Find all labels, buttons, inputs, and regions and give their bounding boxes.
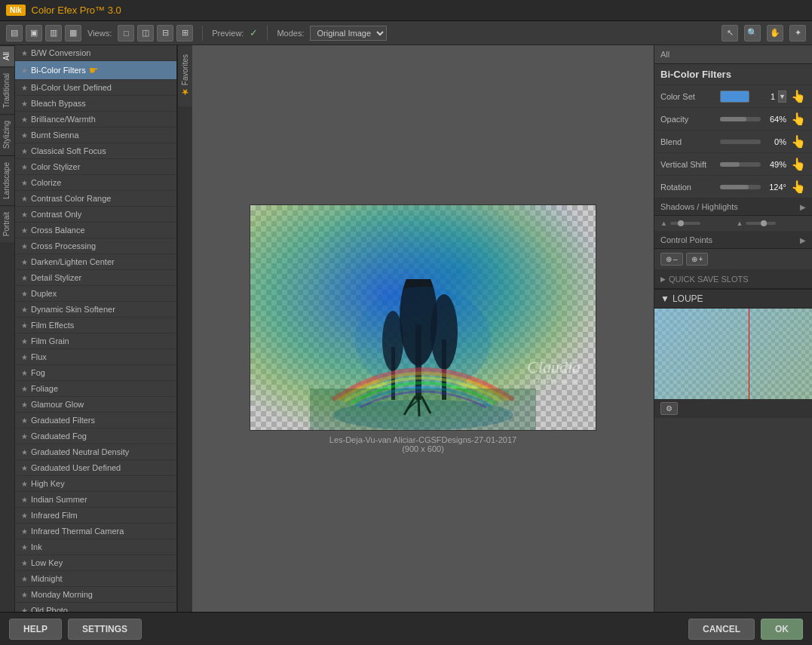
control-points-expand-icon: ▶: [800, 236, 806, 244]
quick-save-label: QUICK SAVE SLOTS: [669, 275, 749, 284]
param-opacity: Opacity 64% 👆: [654, 108, 812, 131]
filter-star-icon: ★: [21, 115, 28, 124]
tool-zoom[interactable]: 🔍: [744, 25, 761, 41]
filter-item[interactable]: ★Color Stylizer: [15, 159, 176, 175]
filter-star-icon: ★: [21, 195, 28, 203]
filter-name: Darken/Lighten Center: [31, 257, 115, 266]
layout-btn-4[interactable]: ▦: [65, 25, 81, 41]
filter-item[interactable]: ★Duplex: [15, 286, 176, 302]
opacity-slider[interactable]: [720, 117, 761, 121]
filter-item[interactable]: ★Film Effects: [15, 318, 176, 333]
vertical-shift-slider[interactable]: [720, 162, 761, 167]
filter-item[interactable]: ★Old Photo: [15, 603, 176, 612]
filter-item[interactable]: ★Infrared Film: [15, 508, 176, 524]
filter-item[interactable]: ★Graduated Fog: [15, 428, 176, 444]
filter-star-icon: ★: [21, 432, 28, 441]
star-icon: ★: [180, 87, 191, 97]
shadows-highlights-label: Shadows / Highlights: [660, 202, 738, 211]
favorites-tab[interactable]: ★ Favorites: [178, 45, 192, 106]
blend-slider[interactable]: [720, 140, 761, 144]
filter-item[interactable]: ★Graduated Neutral Density: [15, 444, 176, 460]
filter-item[interactable]: ★Film Grain: [15, 333, 176, 349]
filter-item[interactable]: ★B/W Conversion: [15, 45, 176, 61]
filter-star-icon: ★: [21, 369, 28, 377]
pointer-color-set: 👆: [791, 89, 806, 103]
pointer-opacity: 👆: [791, 112, 806, 126]
filter-item[interactable]: ★Graduated Filters: [15, 413, 176, 428]
shadows-highlights-header[interactable]: Shadows / Highlights ▶: [654, 198, 812, 216]
filter-item[interactable]: ★Cross Balance: [15, 223, 176, 238]
filter-name: Infrared Thermal Camera: [31, 527, 124, 536]
color-set-dropdown[interactable]: ▼: [778, 91, 786, 103]
ok-button[interactable]: OK: [761, 619, 803, 640]
help-button[interactable]: HELP: [9, 619, 62, 640]
filter-star-icon: ★: [21, 258, 28, 266]
color-set-swatch[interactable]: [720, 91, 749, 103]
quick-save-triangle: ▶: [660, 275, 666, 283]
filter-item[interactable]: ★Foliage: [15, 381, 176, 397]
titlebar: Nik Color Efex Pro™ 3.0: [0, 0, 812, 21]
filter-item[interactable]: ★Contrast Color Range: [15, 191, 176, 207]
filter-item[interactable]: ★Bi-Color Filters☛: [15, 61, 176, 80]
tab-all[interactable]: All: [0, 45, 14, 66]
preview-dimensions: (900 x 600): [329, 444, 516, 453]
view-single[interactable]: □: [118, 25, 134, 41]
filter-star-icon: ★: [21, 607, 28, 613]
modes-select[interactable]: Original Image: [310, 26, 387, 41]
filter-item[interactable]: ★Fog: [15, 365, 176, 381]
control-points-header[interactable]: Control Points ▶: [654, 232, 812, 249]
filter-item[interactable]: ★Classical Soft Focus: [15, 143, 176, 159]
filter-item[interactable]: ★Graduated User Defined: [15, 460, 176, 476]
tab-stylizing[interactable]: Stylizing: [0, 114, 14, 155]
filter-item[interactable]: ★Glamour Glow: [15, 397, 176, 413]
filter-item[interactable]: ★Low Key: [15, 555, 176, 571]
filter-star-icon: ★: [21, 131, 28, 140]
shadows-slider[interactable]: ▲: [660, 220, 731, 227]
filter-item[interactable]: ★Cross Processing: [15, 238, 176, 254]
add-cp-btn[interactable]: ⊕ –: [660, 253, 683, 266]
shadow-thumb: [678, 220, 684, 226]
app-logo: Nik: [6, 5, 26, 16]
tool-hand[interactable]: ✋: [767, 25, 783, 41]
filter-item[interactable]: ★Ink: [15, 539, 176, 555]
tool-pointer[interactable]: ↖: [722, 25, 738, 41]
filter-item[interactable]: ★Detail Stylizer: [15, 270, 176, 286]
filter-star-icon: ★: [21, 306, 28, 314]
filter-item[interactable]: ★Dynamic Skin Softener: [15, 302, 176, 318]
rotation-slider[interactable]: [720, 185, 761, 189]
tab-traditional[interactable]: Traditional: [0, 66, 14, 114]
preview-canvas[interactable]: Claudia CGSFWebdesign: [250, 204, 596, 431]
layout-btn-1[interactable]: ▤: [6, 25, 23, 41]
view-split-h[interactable]: ◫: [137, 25, 154, 41]
filter-item[interactable]: ★Monday Morning: [15, 587, 176, 603]
add-cp-icon: ⊕: [666, 255, 672, 263]
filter-item[interactable]: ★Bleach Bypass: [15, 96, 176, 112]
filter-item[interactable]: ★Midnight: [15, 571, 176, 587]
filter-item[interactable]: ★Burnt Sienna: [15, 127, 176, 143]
remove-cp-btn[interactable]: ⊕ +: [686, 253, 709, 266]
view-split-v[interactable]: ⊟: [157, 25, 173, 41]
tab-portrait[interactable]: Portrait: [0, 205, 14, 242]
filter-item[interactable]: ★Colorize: [15, 175, 176, 191]
filter-item[interactable]: ★High Key: [15, 476, 176, 492]
filter-item[interactable]: ★Flux: [15, 349, 176, 365]
layout-btn-2[interactable]: ▣: [26, 25, 42, 41]
filter-item[interactable]: ★Darken/Lighten Center: [15, 254, 176, 270]
blend-value: 0%: [764, 137, 786, 146]
filter-item[interactable]: ★Brilliance/Warmth: [15, 112, 176, 127]
cancel-button[interactable]: CANCEL: [688, 619, 755, 640]
highlights-slider[interactable]: ▲: [737, 220, 807, 227]
settings-button[interactable]: SETTINGS: [68, 619, 142, 640]
view-quad[interactable]: ⊞: [176, 25, 193, 41]
filter-item[interactable]: ★Infrared Thermal Camera: [15, 524, 176, 539]
filter-item[interactable]: ★Contrast Only: [15, 207, 176, 223]
tool-color[interactable]: ✦: [789, 25, 806, 41]
quick-save-section[interactable]: ▶ QUICK SAVE SLOTS: [654, 270, 812, 289]
layout-btn-3[interactable]: ▥: [45, 25, 62, 41]
filter-item[interactable]: ★Bi-Color User Defined: [15, 80, 176, 96]
loupe-settings-btn[interactable]: ⚙: [660, 402, 678, 415]
filter-item[interactable]: ★Indian Summer: [15, 492, 176, 508]
panel-title: Bi-Color Filters: [654, 64, 812, 85]
tab-landscape[interactable]: Landscape: [0, 155, 14, 205]
loupe-header: ▼ LOUPE: [654, 290, 812, 309]
